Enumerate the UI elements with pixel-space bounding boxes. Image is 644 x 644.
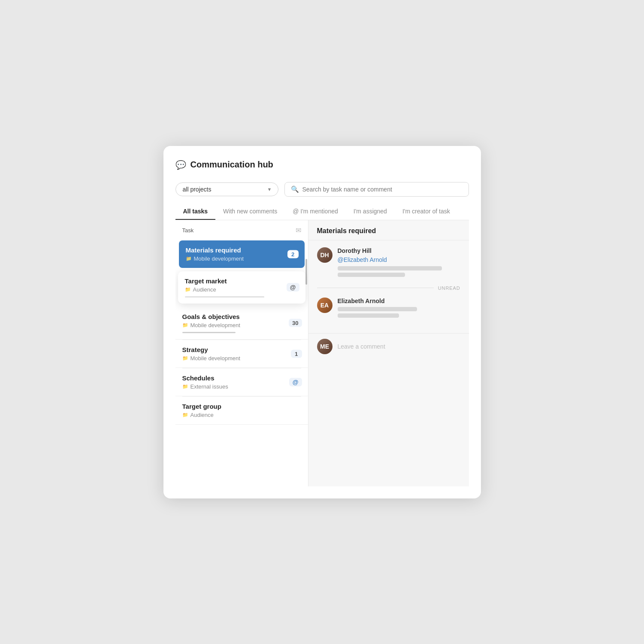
tab-im-creator[interactable]: I'm creator of task	[395, 204, 458, 220]
projects-dropdown-label: all projects	[183, 186, 212, 193]
tab-all-tasks[interactable]: All tasks	[175, 204, 216, 220]
scrollbar-thumb	[305, 259, 307, 285]
task-project: 📁 Audience	[182, 412, 301, 418]
task-progress-bar	[182, 332, 236, 333]
task-project-name: Mobile development	[194, 255, 244, 262]
task-project-name: Audience	[193, 286, 216, 293]
folder-icon: 📁	[182, 355, 188, 361]
unread-line	[317, 288, 434, 288]
task-project: 📁 Audience	[185, 286, 299, 293]
avatar: DH	[317, 247, 333, 263]
comment-item: DH Dorothy Hill @Elizabeth Arnold	[317, 247, 460, 277]
controls-row: all projects ▼ 🔍	[175, 182, 469, 197]
tab-with-new-comments[interactable]: With new comments	[215, 204, 285, 220]
page-title: Communication hub	[190, 160, 273, 170]
task-badge-count: 2	[287, 250, 299, 258]
avatar: EA	[317, 298, 333, 313]
comment-text-line	[338, 307, 417, 311]
leave-comment-area: ME Leave a comment	[308, 333, 469, 359]
search-icon: 🔍	[291, 185, 299, 193]
task-name: Strategy	[182, 346, 301, 353]
task-project: 📁 Mobile development	[182, 322, 301, 328]
task-name: Schedules	[182, 374, 301, 382]
comment-item: EA Elizabeth Arnold	[317, 298, 460, 318]
unread-label: UNREAD	[438, 286, 460, 291]
projects-dropdown[interactable]: all projects ▼	[175, 182, 278, 196]
task-project: 📁 Mobile development	[182, 355, 301, 361]
comment-text-line	[338, 266, 442, 270]
comments-area: DH Dorothy Hill @Elizabeth Arnold UNREAD	[308, 240, 469, 333]
communication-hub-icon: 💬	[175, 160, 186, 170]
task-item-strategy[interactable]: Strategy 📁 Mobile development 1	[175, 340, 308, 368]
avatar-me: ME	[317, 339, 333, 354]
task-item-target-group[interactable]: Target group 📁 Audience	[175, 397, 308, 425]
folder-icon: 📁	[182, 384, 188, 389]
task-item-target-market[interactable]: Target market 📁 Audience @	[178, 271, 305, 304]
comment-author: Dorothy Hill	[338, 247, 460, 254]
task-badge-count: 1	[291, 349, 302, 358]
comment-author: Elizabeth Arnold	[338, 298, 460, 304]
folder-icon: 📁	[182, 322, 188, 328]
search-input[interactable]	[302, 186, 463, 193]
scrollbar-track[interactable]	[305, 242, 307, 482]
app-window: 💬 Communication hub all projects ▼ 🔍 All…	[163, 146, 481, 498]
task-project-name: Mobile development	[190, 355, 240, 361]
comment-body: Elizabeth Arnold	[338, 298, 460, 318]
page-header: 💬 Communication hub	[175, 160, 469, 170]
task-badge-mention: @	[287, 283, 299, 292]
task-panel-header: Task ✉	[175, 220, 308, 239]
tab-im-assigned[interactable]: I'm assigned	[346, 204, 395, 220]
detail-title: Materials required	[317, 227, 376, 234]
detail-panel: Materials required DH Dorothy Hill @Eliz…	[308, 220, 469, 486]
search-box: 🔍	[284, 182, 469, 197]
task-progress-bar	[185, 296, 265, 298]
task-name: Target group	[182, 403, 301, 410]
folder-icon: 📁	[182, 412, 188, 418]
task-panel: Task ✉ Materials required 📁 Mobile devel…	[175, 220, 308, 486]
comment-body: Dorothy Hill @Elizabeth Arnold	[338, 247, 460, 277]
comment-mention: @Elizabeth Arnold	[338, 256, 387, 263]
task-item-schedules[interactable]: Schedules 📁 External issues @	[175, 368, 308, 396]
tabs-row: All tasks With new comments @ I'm mentio…	[175, 204, 469, 220]
task-badge-mention: @	[289, 378, 302, 386]
task-badge-count: 30	[289, 319, 302, 327]
task-project-name: External issues	[190, 383, 228, 390]
unread-divider: UNREAD	[317, 286, 460, 291]
folder-icon: 📁	[186, 256, 192, 261]
main-content: Task ✉ Materials required 📁 Mobile devel…	[175, 220, 469, 486]
task-project: 📁 External issues	[182, 383, 301, 390]
task-item-goals-objectives[interactable]: Goals & objectives 📁 Mobile development …	[175, 307, 308, 340]
task-name: Goals & objectives	[182, 313, 301, 320]
chevron-down-icon: ▼	[267, 187, 272, 192]
folder-icon: 📁	[185, 287, 191, 292]
task-item-materials-required[interactable]: Materials required 📁 Mobile development …	[179, 240, 305, 268]
task-name: Materials required	[186, 246, 298, 254]
email-icon: ✉	[296, 226, 301, 234]
comment-text-line	[338, 313, 399, 318]
task-column-label: Task	[182, 227, 194, 234]
task-project: 📁 Mobile development	[186, 255, 298, 262]
task-project-name: Audience	[190, 412, 214, 418]
task-project-name: Mobile development	[190, 322, 240, 328]
comment-text-line	[338, 273, 405, 277]
task-name: Target market	[185, 277, 299, 285]
tab-im-mentioned[interactable]: @ I'm mentioned	[285, 204, 346, 220]
leave-comment-placeholder[interactable]: Leave a comment	[338, 343, 385, 350]
detail-header: Materials required	[308, 220, 469, 240]
